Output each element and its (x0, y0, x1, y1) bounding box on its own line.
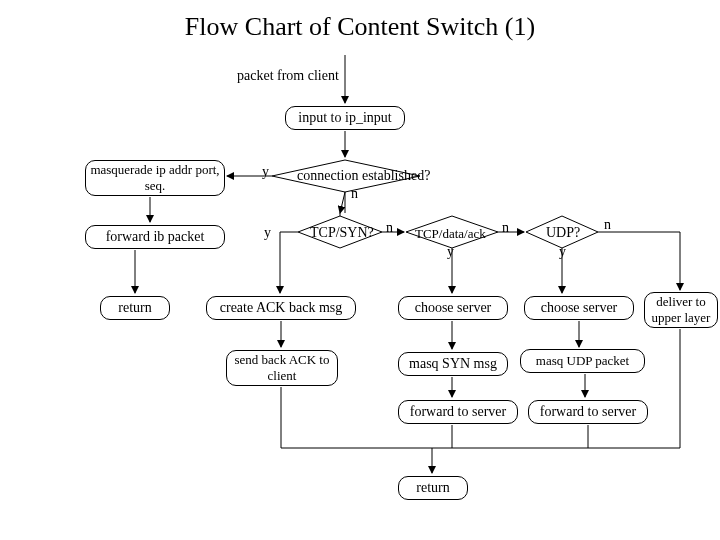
svg-marker-2 (406, 216, 498, 248)
flow-edges (0, 0, 720, 540)
svg-marker-0 (272, 160, 420, 192)
svg-marker-1 (298, 216, 382, 248)
flowchart-canvas: Flow Chart of Content Switch (1) packet … (0, 0, 720, 540)
svg-marker-3 (526, 216, 598, 248)
svg-line-9 (340, 192, 345, 213)
